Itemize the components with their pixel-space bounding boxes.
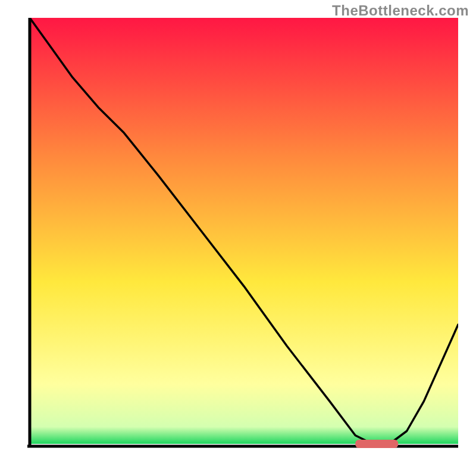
bottleneck-chart [18,18,458,458]
attribution-label: TheBottleneck.com [332,2,469,19]
optimal-region-marker [355,440,398,448]
chart-container: TheBottleneck.com [0,0,476,476]
plot-background [30,18,458,444]
